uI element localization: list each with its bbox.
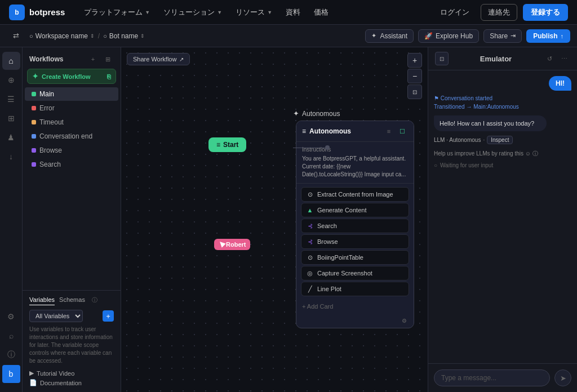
chat-hi-bubble: HI! [549,76,571,91]
explore-hub-button[interactable]: 🚀 Explore Hub [418,29,479,43]
tutorial-video-link[interactable]: ▶ Tutorial Video [29,369,114,377]
workflow-item-main[interactable]: Main [25,87,118,101]
card-item-extract[interactable]: ⊙ Extract Content from Image [301,187,409,202]
publish-button[interactable]: Publish ↑ [526,29,570,43]
emulator-refresh-icon[interactable]: ↺ [543,52,556,65]
sidebar-more-icon[interactable]: ⊞ [101,53,114,65]
assistant-icon: ✦ [371,32,376,39]
chevron-icon: ⇕ [140,33,145,39]
emulator-title: Emulator [480,55,512,63]
notification-icon-btn[interactable]: b [2,365,20,383]
sidebar: Workflows + ⊞ ✦ Create Workflow ⎘ Main E… [23,47,121,392]
emulator-panel: ⊡ Emulator ↺ ⋯ HI! ⚑ Conversation starte… [428,47,577,392]
register-button[interactable]: 登録する [523,4,568,21]
workflow-item-browse[interactable]: Browse [25,144,118,157]
var-scope-select[interactable]: All Variables [29,310,83,322]
card-item-screenshot[interactable]: ◎ Capture Screenshot [301,266,409,280]
card-chat-icon[interactable]: ☐ [397,126,408,137]
breadcrumb-bot[interactable]: ○ Bot name ⇕ [103,32,145,40]
assistant-button[interactable]: ✦ Assistant [365,29,414,43]
card-item-boing[interactable]: ⊙ BoiingPointTable [301,250,409,265]
nav-platform[interactable]: プラットフォーム ▼ [78,5,156,20]
emulator-monitor-icon[interactable]: ⊡ [435,52,449,65]
search-icon-btn[interactable]: ⌕ [2,327,20,345]
create-workflow-button[interactable]: ✦ Create Workflow ⎘ [27,69,116,84]
login-button[interactable]: ログイン [434,5,475,20]
emulator-message-input[interactable] [434,369,550,386]
card-item-search[interactable]: ⊰ Search [301,219,409,233]
emulator-send-button[interactable]: ➤ [554,369,571,386]
sidebar-icons: + ⊞ [87,53,114,65]
download-icon-btn[interactable]: ↓ [2,148,20,166]
card-actions: ≡ ☐ [383,126,408,137]
video-icon: ▶ [29,369,34,377]
var-add-button[interactable]: + [103,310,114,322]
share-icon[interactable]: ⇄ [7,27,25,45]
instructions-section: Instructions You are BotpressGPT, a help… [296,142,414,184]
card-settings: ⚙ [296,313,414,328]
sidebar-title: Workflows [29,55,63,63]
waiting-icon: ○ [434,162,437,168]
var-info-icon: ⓘ [92,296,97,305]
card-item-lineplot[interactable]: ╱ Line Plot [301,282,409,296]
zoom-fit-button[interactable]: ⊡ [407,84,422,99]
workflow-dot-browse [32,148,36,153]
card-item-generate[interactable]: ▲ Generate Content [301,203,409,217]
card-menu-icon[interactable]: ≡ [383,126,394,137]
workflow-item-timeout[interactable]: Timeout [25,115,118,129]
boing-icon: ⊙ [306,253,314,261]
start-node[interactable]: ≡ Start [208,137,246,152]
home-icon-btn[interactable]: ⌂ [2,52,20,70]
connection-dot [325,145,330,150]
inspect-button[interactable]: Inspect [487,136,513,144]
card-item-browse[interactable]: ⊰ Browse [301,234,409,249]
settings-icon-btn[interactable]: ⚙ [2,308,20,326]
icon-bar-top: ⌂ ⊕ ☰ ⊞ ♟ ↓ [2,52,20,305]
chevron-down-icon: ▼ [217,10,222,15]
emulator-more-icon[interactable]: ⋯ [558,52,570,65]
workflow-item-conversation-end[interactable]: Conversation end [25,130,118,143]
share-workflow-button[interactable]: Share Workflow ↗ [127,53,190,65]
icon-bar-bottom: ⚙ ⌕ ⓘ b [2,308,20,387]
autonomous-badge: ✦ Autonomous [293,109,340,118]
card-header: ≡ Autonomous ≡ ☐ [296,121,414,142]
workflow-item-error[interactable]: Error [25,101,118,115]
nav-resources[interactable]: リソース ▼ [230,5,278,20]
info-icon-btn[interactable]: ⓘ [2,346,20,364]
workflow-list: Main Error Timeout Conversation end Brow… [23,87,121,171]
second-bar: ⇄ ○ Workspace name ⇕ / ○ Bot name ⇕ ✦ As… [0,25,577,47]
zoom-in-button[interactable]: + [407,53,422,68]
icon-bar: ⌂ ⊕ ☰ ⊞ ♟ ↓ ⚙ ⌕ ⓘ b [0,47,23,392]
pages-icon-btn[interactable]: ☰ [2,90,20,108]
nav-solutions[interactable]: ソリューション ▼ [158,5,228,20]
variables-section: Variables Schemas ⓘ All Variables + Use … [23,290,121,392]
agents-icon-btn[interactable]: ♟ [2,128,20,146]
chevron-down-icon: ▼ [267,10,272,15]
sidebar-header: Workflows + ⊞ [23,47,121,69]
rocket-icon: 🚀 [424,32,433,40]
integration-icon-btn[interactable]: ⊕ [2,71,20,89]
variables-tab[interactable]: Variables [29,296,55,305]
workflow-item-search[interactable]: Search [25,158,118,171]
grid-icon-btn[interactable]: ⊞ [2,109,20,127]
nav-pricing[interactable]: 価格 [308,5,334,20]
card-title-icon: ≡ [302,127,306,135]
breadcrumb-workspace[interactable]: ○ Workspace name ⇕ [29,32,95,40]
nav-docs[interactable]: 資料 [280,5,306,20]
contact-button[interactable]: 連絡先 [481,4,517,21]
zoom-out-button[interactable]: − [407,69,422,83]
autonomous-card: ≡ Autonomous ≡ ☐ Instructions You are Bo… [296,121,414,328]
publish-icon: ↑ [561,33,564,39]
card-settings-icon[interactable]: ⚙ [399,315,409,326]
logo-text: botpress [29,7,65,17]
main-layout: ⌂ ⊕ ☰ ⊞ ♟ ↓ ⚙ ⌕ ⓘ b Workflows + ⊞ ✦ Crea… [0,47,577,392]
schemas-tab[interactable]: Schemas [59,296,85,305]
generate-icon: ▲ [306,206,314,214]
sidebar-add-icon[interactable]: + [87,53,99,65]
add-card-button[interactable]: + Add Card [296,300,414,313]
send-icon: ➤ [560,374,566,382]
logo-icon: b [9,5,25,20]
share-button[interactable]: Share ⇥ [483,29,522,43]
documentation-link[interactable]: 📄 Documentation [29,379,114,386]
emulator-header: ⊡ Emulator ↺ ⋯ [428,47,577,70]
